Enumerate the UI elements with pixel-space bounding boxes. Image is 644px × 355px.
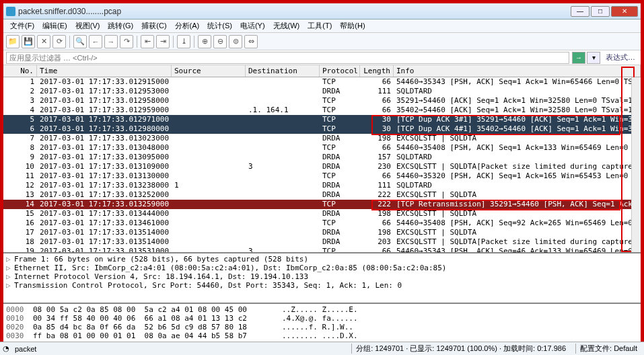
maximize-button[interactable]: □ bbox=[591, 6, 610, 17]
menu-item[interactable]: 无线(W) bbox=[269, 19, 304, 32]
toolbar-find-icon[interactable]: 🔍 bbox=[73, 35, 87, 48]
toolbar-save-icon[interactable]: 💾 bbox=[22, 35, 35, 48]
menu-item[interactable]: 编辑(E) bbox=[38, 19, 71, 32]
packet-row[interactable]: 122017-03-01 17:17:33.0132380001DRDA111S… bbox=[3, 181, 641, 190]
packet-row[interactable]: 182017-03-01 17:17:33.013514000DRDA203EX… bbox=[3, 237, 641, 247]
toolbar-autoscroll-icon[interactable]: ⤓ bbox=[177, 35, 190, 48]
menu-item[interactable]: 统计(S) bbox=[203, 19, 236, 32]
packet-row[interactable]: 132017-03-01 17:17:33.013252000DRDA222EX… bbox=[3, 190, 641, 200]
column-header[interactable]: Info bbox=[394, 65, 641, 77]
column-header[interactable]: Time bbox=[37, 65, 172, 77]
detail-line[interactable]: ▷Internet Protocol Version 4, Src: 18.19… bbox=[6, 272, 638, 281]
toolbar-fwd-icon[interactable]: → bbox=[104, 35, 118, 48]
toolbar-zoom1-icon[interactable]: ⊜ bbox=[229, 35, 242, 48]
column-header[interactable]: Protocol bbox=[320, 65, 360, 77]
expression-button[interactable]: 表达式… bbox=[603, 52, 638, 63]
menu-item[interactable]: 分析(A) bbox=[171, 19, 204, 32]
column-header[interactable]: Length bbox=[360, 65, 394, 77]
toolbar-zoomin-icon[interactable]: ⊕ bbox=[198, 35, 211, 48]
packet-row[interactable]: 162017-03-01 17:17:33.013461000TCP665446… bbox=[3, 219, 641, 228]
packet-list[interactable]: No.TimeSourceDestinationProtocolLengthIn… bbox=[3, 65, 641, 253]
packet-row[interactable]: 112017-03-01 17:17:33.013130000TCP665446… bbox=[3, 171, 641, 181]
toolbar-resize-icon[interactable]: ⇔ bbox=[244, 35, 258, 48]
toolbar-zoomout-icon[interactable]: ⊖ bbox=[213, 35, 227, 48]
hex-row[interactable]: 0030ff ba 08 01 00 00 01 01 08 0a ae 04 … bbox=[6, 331, 638, 340]
status-ready-icon: ◔ bbox=[3, 344, 9, 353]
menu-item[interactable]: 跳转(G) bbox=[104, 19, 137, 32]
menubar: 文件(F)编辑(E)视图(V)跳转(G)捕获(C)分析(A)统计(S)电话(Y)… bbox=[3, 19, 641, 33]
packet-row[interactable]: 92017-03-01 17:17:33.013095000DRDA157SQL… bbox=[3, 153, 641, 162]
column-header[interactable]: Source bbox=[172, 65, 246, 77]
packet-row[interactable]: 192017-03-01 17:17:33.0135310003TCP66544… bbox=[3, 247, 641, 253]
toolbar-first-icon[interactable]: ⇤ bbox=[141, 35, 154, 48]
column-header[interactable]: Destination bbox=[246, 65, 320, 77]
menu-item[interactable]: 捕获(C) bbox=[137, 19, 170, 32]
display-filter-input[interactable] bbox=[6, 52, 569, 64]
detail-line[interactable]: ▷Transmission Control Protocol, Src Port… bbox=[6, 281, 638, 290]
hex-row[interactable]: 00200a 85 d4 bc 8a 0f 66 da 52 b6 5d c9 … bbox=[6, 323, 638, 331]
toolbar-back-icon[interactable]: ← bbox=[89, 35, 102, 48]
toolbar-open-icon[interactable]: 📁 bbox=[6, 35, 20, 48]
statusbar: ◔ packet 分组: 1249701 · 已显示: 1249701 (100… bbox=[0, 342, 644, 355]
packet-row[interactable]: 32017-03-01 17:17:33.012958000TCP6635291… bbox=[3, 96, 641, 106]
hex-row[interactable]: 001000 34 ff 58 40 00 40 06 66 a1 08 a4 … bbox=[6, 314, 638, 323]
toolbar: 📁 💾 ✕ ⟳ 🔍 ← → ↷ ⇤ ⇥ ⤓ ⊕ ⊖ ⊜ ⇔ bbox=[3, 33, 641, 50]
toolbar-last-icon[interactable]: ⇥ bbox=[156, 35, 170, 48]
status-packets: 分组: 1249701 · 已显示: 1249701 (100.0%) · 加载… bbox=[351, 344, 570, 354]
packet-row[interactable]: 42017-03-01 17:17:33.012959000.1. 164.1T… bbox=[3, 106, 641, 115]
packet-row[interactable]: 102017-03-01 17:17:33.0131090003DRDA230E… bbox=[3, 162, 641, 171]
scrollbar[interactable] bbox=[631, 77, 641, 252]
packet-row[interactable]: 72017-03-01 17:17:33.013023000DRDA198EXC… bbox=[3, 134, 641, 143]
menu-item[interactable]: 工具(T) bbox=[303, 19, 336, 32]
menu-item[interactable]: 视图(V) bbox=[71, 19, 104, 32]
status-file: packet bbox=[15, 345, 36, 353]
packet-row[interactable]: 22017-03-01 17:17:33.012953000DRDA111SQL… bbox=[3, 87, 641, 96]
toolbar-reload-icon[interactable]: ⟳ bbox=[52, 35, 66, 48]
packet-list-header: No.TimeSourceDestinationProtocolLengthIn… bbox=[3, 65, 641, 77]
packet-row[interactable]: 12017-03-01 17:17:33.012915000TCP6654460… bbox=[3, 77, 641, 87]
menu-item[interactable]: 电话(Y) bbox=[236, 19, 269, 32]
packet-row[interactable]: 142017-03-01 17:17:33.013259000TCP222[TC… bbox=[3, 200, 641, 209]
toolbar-jump-icon[interactable]: ↷ bbox=[120, 35, 133, 48]
menu-item[interactable]: 帮助(H) bbox=[336, 19, 369, 32]
menu-item[interactable]: 文件(F) bbox=[6, 19, 38, 32]
packet-row[interactable]: 62017-03-01 17:17:33.012980000TCP30[TCP … bbox=[3, 124, 641, 134]
filter-bookmark-button[interactable]: ▾ bbox=[587, 52, 600, 64]
hex-row[interactable]: 000008 00 5a c2 0a 85 08 00 5a c2 a4 01 … bbox=[6, 305, 638, 314]
minimize-button[interactable]: — bbox=[571, 6, 589, 17]
detail-line[interactable]: ▷Frame 1: 66 bytes on wire (528 bits), 6… bbox=[6, 255, 638, 264]
status-profile[interactable]: 配置文件: Default bbox=[575, 344, 641, 354]
column-header[interactable]: No. bbox=[3, 65, 37, 77]
close-button[interactable]: ✕ bbox=[611, 6, 638, 17]
packet-row[interactable]: 152017-03-01 17:17:33.013444000DRDA198EX… bbox=[3, 209, 641, 219]
detail-line[interactable]: ▷Ethernet II, Src: IbmCorp_c2:a4:01 (08:… bbox=[6, 264, 638, 272]
packet-row[interactable]: 172017-03-01 17:17:33.013514000DRDA198EX… bbox=[3, 228, 641, 237]
packet-row[interactable]: 82017-03-01 17:17:33.013048000TCP6654460… bbox=[3, 143, 641, 153]
filter-apply-button[interactable]: → bbox=[572, 52, 585, 64]
app-icon bbox=[6, 7, 15, 16]
packet-details[interactable]: ▷Frame 1: 66 bytes on wire (528 bits), 6… bbox=[3, 253, 641, 304]
toolbar-close-icon[interactable]: ✕ bbox=[37, 35, 50, 48]
packet-row[interactable]: 52017-03-01 17:17:33.012971000TCP30[TCP … bbox=[3, 115, 641, 124]
window-title: packet.sniffer.d030........pcap bbox=[18, 7, 571, 16]
